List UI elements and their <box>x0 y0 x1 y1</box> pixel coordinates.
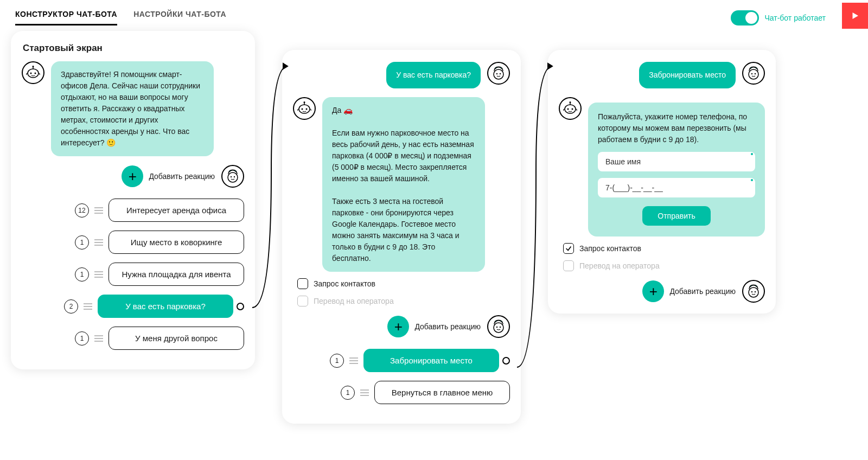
reaction-button[interactable]: Нужна площадка для ивента <box>108 263 244 286</box>
reaction-row: 1Забронировать место <box>293 349 510 372</box>
drag-handle-icon[interactable] <box>94 239 103 246</box>
checkbox-contacts-label: Запрос контактов <box>579 244 641 253</box>
plus-icon: + <box>122 165 143 187</box>
reaction-count: 1 <box>75 235 89 250</box>
card-start-screen: Стартовый экран Здравствуйте! Я помощник… <box>11 31 255 369</box>
checkbox-contacts[interactable] <box>297 278 308 289</box>
drag-handle-icon[interactable] <box>94 207 103 214</box>
drag-handle-icon[interactable] <box>94 271 103 278</box>
reaction-row: 2У вас есть парковка? <box>22 295 244 318</box>
phone-field[interactable]: 7-(___)-__-__-__ <box>598 178 755 197</box>
topbar: КОНСТРУКТОР ЧАТ-БОТА НАСТРОЙКИ ЧАТ-БОТА … <box>0 0 868 25</box>
play-icon <box>850 11 860 21</box>
reaction-button[interactable]: Интересует аренда офиса <box>108 199 244 222</box>
checkbox-contacts-label: Запрос контактов <box>314 279 375 288</box>
reaction-row: 1Нужна площадка для ивента <box>22 263 244 286</box>
user-message: Забронировать место <box>639 62 736 88</box>
canvas: Стартовый экран Здравствуйте! Я помощник… <box>0 25 868 453</box>
reaction-count: 1 <box>75 331 89 346</box>
play-button[interactable] <box>842 3 868 29</box>
plus-icon: + <box>387 316 409 337</box>
bot-message: Да 🚗 Если вам нужно парковочное место на… <box>322 97 485 272</box>
reaction-row: 12Интересует аренда офиса <box>22 199 244 222</box>
reaction-row: 1Ищу место в коворкинге <box>22 231 244 254</box>
submit-button[interactable]: Отправить <box>642 206 710 226</box>
user-avatar <box>742 62 765 85</box>
card-parking: У вас есть парковка? Да 🚗 Если вам нужно… <box>282 50 521 424</box>
add-reaction-button[interactable]: + Добавить реакцию <box>387 316 481 337</box>
add-reaction-label: Добавить реакцию <box>669 287 736 296</box>
plus-icon: + <box>642 280 664 302</box>
bot-message: Здравствуйте! Я помощник смарт-офисов Де… <box>51 61 214 156</box>
tab-settings[interactable]: НАСТРОЙКИ ЧАТ-БОТА <box>133 10 226 25</box>
reaction-row: 1У меня другой вопрос <box>22 327 244 350</box>
checkbox-operator-label: Перевод на оператора <box>579 261 660 270</box>
reaction-button[interactable]: Ищу место в коворкинге <box>108 231 244 254</box>
reaction-count: 1 <box>341 386 355 400</box>
bot-status-label: Чат-бот работает <box>764 14 826 22</box>
reaction-row: 1Вернуться в главное меню <box>293 381 510 404</box>
tabs: КОНСТРУКТОР ЧАТ-БОТА НАСТРОЙКИ ЧАТ-БОТА <box>15 10 226 25</box>
reaction-button[interactable]: Вернуться в главное меню <box>374 381 510 404</box>
drag-handle-icon[interactable] <box>94 335 103 342</box>
form-intro: Пожалуйста, укажите номер телефона, по к… <box>598 111 755 145</box>
user-avatar <box>487 62 510 85</box>
checkbox-operator[interactable] <box>563 260 574 271</box>
reaction-count: 2 <box>64 299 78 314</box>
drag-handle-icon[interactable] <box>360 389 369 396</box>
user-avatar <box>221 165 244 188</box>
checkbox-contacts[interactable] <box>563 243 574 254</box>
connector-dot[interactable] <box>237 303 244 310</box>
tab-constructor[interactable]: КОНСТРУКТОР ЧАТ-БОТА <box>15 10 117 25</box>
add-reaction-button[interactable]: + Добавить реакцию <box>642 280 736 302</box>
bot-avatar <box>559 97 582 120</box>
add-reaction-label: Добавить реакцию <box>149 172 215 181</box>
bot-enabled-toggle[interactable] <box>731 10 759 25</box>
card-booking: Забронировать место Пожалуйста, укажите … <box>548 50 776 314</box>
checkbox-operator[interactable] <box>297 296 308 306</box>
add-reaction-button[interactable]: + Добавить реакцию <box>122 165 215 187</box>
reaction-button[interactable]: У вас есть парковка? <box>98 295 233 318</box>
drag-handle-icon[interactable] <box>84 303 92 310</box>
bot-avatar <box>293 97 316 120</box>
add-reaction-label: Добавить реакцию <box>414 322 481 331</box>
reaction-count: 1 <box>330 354 344 368</box>
reaction-button[interactable]: У меня другой вопрос <box>108 327 244 350</box>
card-title: Стартовый экран <box>23 43 244 54</box>
checkbox-operator-label: Перевод на оператора <box>314 297 394 305</box>
drag-handle-icon[interactable] <box>349 357 358 364</box>
name-field[interactable]: Ваше имя <box>598 152 755 171</box>
user-avatar <box>487 315 510 338</box>
reaction-button[interactable]: Забронировать место <box>363 349 499 372</box>
reaction-count: 12 <box>75 203 89 218</box>
connector-dot[interactable] <box>502 357 510 365</box>
user-message: У вас есть парковка? <box>386 62 481 88</box>
bot-avatar <box>22 61 44 84</box>
user-avatar <box>742 280 765 303</box>
reaction-count: 1 <box>75 267 89 282</box>
